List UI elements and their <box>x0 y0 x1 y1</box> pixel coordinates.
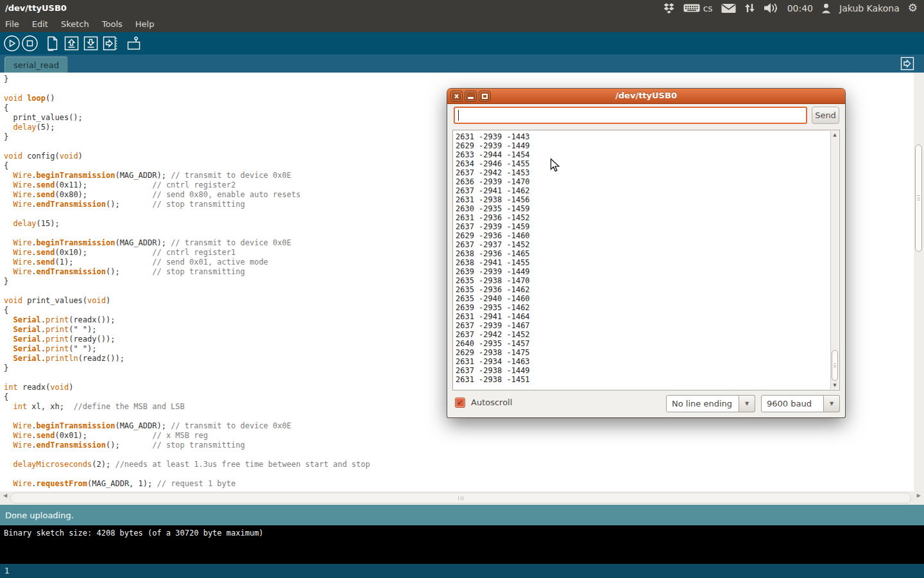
baud-rate-dropdown-button[interactable]: ▼ <box>824 395 840 412</box>
menu-tools[interactable]: Tools <box>102 19 123 29</box>
serial-monitor-button[interactable] <box>125 35 142 52</box>
serial-monitor-icon <box>126 35 142 51</box>
menu-edit[interactable]: Edit <box>32 19 48 29</box>
serial-data-line: 2635 -2940 -1460 <box>456 294 839 303</box>
console-line: Binary sketch size: 4208 bytes (of a 307… <box>4 529 924 538</box>
check-icon: ✓ <box>457 398 463 407</box>
serial-output[interactable]: 2631 -2939 -14432629 -2939 -14492633 -29… <box>452 130 840 390</box>
chevron-down-icon: ▼ <box>745 401 749 407</box>
top-panel: /dev/ttyUSB0 cs 00:40 Jakub Kakona ⚙ <box>0 0 924 16</box>
tab-label: serial_read <box>13 60 59 70</box>
scroll-right-arrow-icon[interactable]: ▶ <box>917 493 921 498</box>
active-window-title: /dev/ttyUSB0 <box>0 3 67 13</box>
serial-data-line: 2637 -2939 -1459 <box>456 222 839 231</box>
serial-data-line: 2630 -2935 -1459 <box>456 204 839 213</box>
code-line: Wire.send(0x01); // x MSB reg <box>4 431 914 441</box>
serial-monitor-toggle-button[interactable] <box>900 57 914 71</box>
serial-data-line: 2636 -2939 -1470 <box>456 177 839 186</box>
horizontal-scroll-thumb[interactable] <box>10 493 911 504</box>
code-line: Wire.beginTransmission(MAG_ADDR); // tra… <box>4 421 914 431</box>
autoscroll-checkbox[interactable]: ✓ <box>455 398 465 408</box>
serial-data-line: 2631 -2934 -1463 <box>456 357 839 366</box>
serial-data-line: 2629 -2938 -1475 <box>456 348 839 357</box>
serial-data-line: 2638 -2936 -1465 <box>456 249 839 258</box>
editor-vertical-scrollbar[interactable] <box>914 73 924 491</box>
tab-bar: serial_read <box>0 55 924 73</box>
screen: /dev/ttyUSB0 cs 00:40 Jakub Kakona ⚙ Fil… <box>0 0 924 578</box>
status-bar: Done uploading. <box>0 505 924 525</box>
code-line: delayMicroseconds(2); //needs at least 1… <box>4 460 914 469</box>
serial-monitor-window: x /dev/ttyUSB0 Send 2631 -2939 -14432629… <box>447 89 845 417</box>
menu-sketch[interactable]: Sketch <box>61 19 89 29</box>
system-tray: cs 00:40 Jakub Kakona ⚙ <box>663 0 924 16</box>
user-name[interactable]: Jakub Kakona <box>839 3 900 13</box>
serial-data-line: 2631 -2938 -1451 <box>456 375 839 384</box>
save-icon <box>83 35 99 51</box>
editor-horizontal-scrollbar[interactable]: ◀ ▶ <box>0 491 924 505</box>
serial-monitor-titlebar[interactable]: x /dev/ttyUSB0 <box>447 89 845 104</box>
clock[interactable]: 00:40 <box>787 3 813 13</box>
scroll-left-arrow-icon[interactable]: ◀ <box>3 493 7 498</box>
code-line <box>4 469 914 479</box>
serial-output-scrollbar[interactable]: ▲ ▼ <box>830 131 839 389</box>
dropbox-icon[interactable] <box>663 3 675 13</box>
mail-icon[interactable] <box>721 3 736 13</box>
open-sketch-button[interactable] <box>63 35 80 52</box>
code-line: } <box>4 74 914 84</box>
upload-button[interactable] <box>101 35 119 52</box>
toolbar <box>0 32 924 55</box>
line-number-indicator: 1 <box>0 564 924 578</box>
verify-button[interactable] <box>3 35 21 52</box>
serial-data-line: 2637 -2937 -1452 <box>456 240 839 249</box>
keyboard-layout-icon[interactable] <box>683 3 700 13</box>
serial-monitor-controls: ✓ Autoscroll No line ending ▼ 9600 baud … <box>447 395 845 414</box>
serial-data-line: 2637 -2941 -1462 <box>456 186 839 195</box>
volume-icon[interactable] <box>764 3 779 13</box>
line-ending-select[interactable]: No line ending <box>666 395 739 412</box>
serial-data-line: 2633 -2944 -1454 <box>456 150 839 159</box>
serial-data-line: 2637 -2942 -1453 <box>456 168 839 177</box>
upload-icon <box>102 35 118 51</box>
stop-icon <box>21 35 38 52</box>
autoscroll-label: Autoscroll <box>471 398 512 407</box>
network-updown-icon[interactable] <box>744 3 755 13</box>
mouse-cursor <box>550 158 561 173</box>
scroll-down-arrow-icon[interactable]: ▼ <box>831 383 839 388</box>
tab-serial-read[interactable]: serial_read <box>4 57 68 73</box>
menu-help[interactable]: Help <box>135 19 155 29</box>
send-button[interactable]: Send <box>812 107 839 124</box>
serial-data-line: 2638 -2941 -1455 <box>456 258 839 267</box>
serial-data-line: 2635 -2936 -1462 <box>456 285 839 294</box>
text-caret <box>458 110 459 121</box>
chevron-down-icon: ▼ <box>830 401 834 407</box>
serial-input[interactable] <box>454 107 807 124</box>
menu-file[interactable]: File <box>5 19 19 29</box>
console-output: Binary sketch size: 4208 bytes (of a 307… <box>0 525 924 564</box>
keyboard-layout-label[interactable]: cs <box>703 3 713 13</box>
serial-data-line: 2631 -2941 -1464 <box>456 312 839 321</box>
serial-data-line: 2629 -2936 -1460 <box>456 231 839 240</box>
code-line: Wire.endTransmission(); // stop transmit… <box>4 441 914 450</box>
open-icon <box>64 35 80 51</box>
serial-data-line: 2637 -2939 -1467 <box>456 321 839 330</box>
user-icon <box>821 3 831 13</box>
line-ending-dropdown-button[interactable]: ▼ <box>739 395 755 412</box>
stop-button[interactable] <box>21 35 38 52</box>
vertical-scroll-thumb[interactable] <box>915 144 922 252</box>
serial-data-line: 2637 -2942 -1452 <box>456 330 839 339</box>
save-sketch-button[interactable] <box>82 35 99 52</box>
new-sketch-button[interactable] <box>44 35 61 52</box>
serial-scroll-thumb[interactable] <box>832 350 838 381</box>
session-gear-icon[interactable]: ⚙ <box>908 3 918 13</box>
serial-data-line: 2629 -2939 -1449 <box>456 141 839 150</box>
serial-data-line: 2634 -2946 -1455 <box>456 159 839 168</box>
verify-icon <box>3 35 21 52</box>
baud-rate-select[interactable]: 9600 baud <box>761 395 824 412</box>
scroll-up-arrow-icon[interactable]: ▲ <box>831 132 839 137</box>
right-arrow-icon <box>900 57 914 71</box>
serial-data-line: 2640 -2935 -1457 <box>456 339 839 348</box>
window-title: /dev/ttyUSB0 <box>447 91 845 100</box>
new-file-icon <box>44 35 60 51</box>
serial-data-line: 2637 -2938 -1449 <box>456 366 839 375</box>
serial-data-line: 2631 -2936 -1452 <box>456 213 839 222</box>
